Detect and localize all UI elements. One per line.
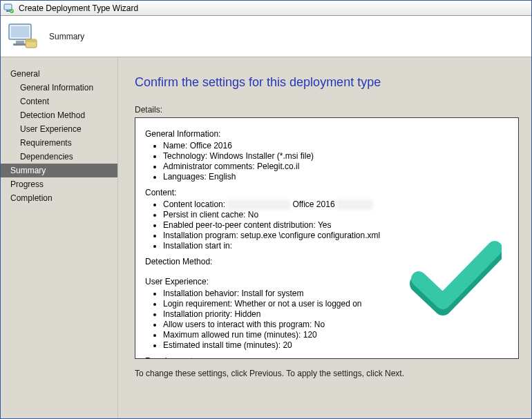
list-item: Maximum allowed run time (minutes): 120 bbox=[163, 330, 509, 340]
page-heading: Confirm the settings for this deployment… bbox=[135, 75, 519, 90]
checkmark-icon bbox=[408, 241, 502, 317]
sidebar-item-user-experience[interactable]: User Experience bbox=[1, 122, 117, 136]
redacted-text: xxxxx xxx bbox=[337, 199, 372, 210]
wizard-icon bbox=[6, 20, 39, 53]
header-band: Summary bbox=[1, 16, 531, 57]
sidebar-item-completion[interactable]: Completion bbox=[1, 191, 117, 205]
svg-rect-4 bbox=[11, 26, 29, 37]
list-item: Enabled peer-to-peer content distributio… bbox=[163, 220, 509, 231]
details-label: Details: bbox=[135, 105, 519, 115]
list-item: Languages: English bbox=[163, 172, 509, 182]
sidebar-item-general[interactable]: General bbox=[1, 67, 117, 81]
svg-rect-0 bbox=[4, 4, 12, 10]
app-icon bbox=[3, 3, 15, 14]
sidebar-item-progress[interactable]: Progress bbox=[1, 177, 117, 191]
svg-rect-6 bbox=[13, 43, 27, 46]
wizard-sidebar: General General Information Content Dete… bbox=[1, 57, 118, 419]
content-location-label: Content location: bbox=[163, 199, 227, 209]
list-item: Estimated install time (minutes): 20 bbox=[163, 340, 509, 351]
svg-rect-5 bbox=[16, 41, 24, 43]
list-item: Content location: xxx xxxxx xxxxxx Offic… bbox=[163, 199, 509, 210]
list-item: Technology: Windows Installer (*.msi fil… bbox=[163, 151, 509, 162]
list-item: Name: Office 2016 bbox=[163, 141, 509, 151]
svg-rect-8 bbox=[26, 39, 37, 42]
list-item: Allow users to interact with this progra… bbox=[163, 320, 509, 330]
redacted-text: xxx xxxxx xxxxxx bbox=[227, 199, 290, 210]
titlebar: Create Deployment Type Wizard bbox=[1, 1, 531, 16]
list-item: Installation program: setup.exe \configu… bbox=[163, 231, 509, 241]
page-title: Summary bbox=[49, 32, 84, 41]
section-requirements: Requirements: bbox=[145, 356, 509, 359]
sidebar-item-content[interactable]: Content bbox=[1, 95, 117, 108]
content-location-visible: Office 2016 bbox=[290, 199, 337, 209]
window-title: Create Deployment Type Wizard bbox=[19, 3, 138, 13]
sidebar-item-dependencies[interactable]: Dependencies bbox=[1, 150, 117, 164]
footer-hint: To change these settings, click Previous… bbox=[135, 369, 519, 378]
sidebar-item-requirements[interactable]: Requirements bbox=[1, 136, 117, 150]
main-panel: Confirm the settings for this deployment… bbox=[118, 57, 531, 419]
general-info-list: Name: Office 2016 Technology: Windows In… bbox=[145, 141, 509, 182]
svg-rect-1 bbox=[6, 10, 10, 12]
list-item: Persist in client cache: No bbox=[163, 210, 509, 220]
sidebar-item-detection-method[interactable]: Detection Method bbox=[1, 108, 117, 122]
section-general-info: General Information: bbox=[145, 129, 509, 139]
details-box: General Information: Name: Office 2016 T… bbox=[135, 117, 519, 359]
sidebar-item-general-information[interactable]: General Information bbox=[1, 81, 117, 95]
section-content: Content: bbox=[145, 188, 509, 198]
list-item: Administrator comments: Pelegit.co.il bbox=[163, 162, 509, 172]
sidebar-item-summary[interactable]: Summary bbox=[1, 164, 117, 177]
